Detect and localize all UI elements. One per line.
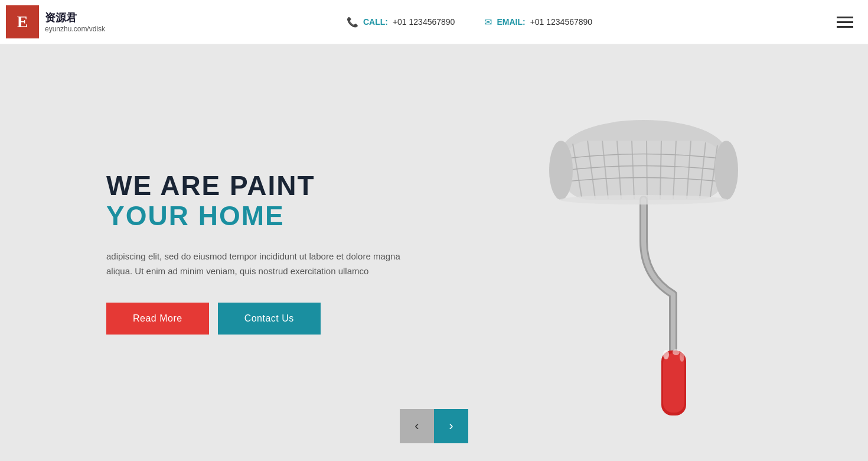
slider-next-button[interactable]: ›	[434, 409, 468, 443]
logo-text: 资源君 eyunzhu.com/vdisk	[45, 11, 105, 33]
svg-point-13	[549, 141, 573, 200]
logo-icon: E	[6, 5, 39, 38]
logo-chinese-name: 资源君	[45, 11, 105, 25]
hamburger-line-2	[837, 21, 853, 23]
email-icon: ✉	[484, 17, 492, 28]
logo-area[interactable]: E 资源君 eyunzhu.com/vdisk	[6, 5, 105, 38]
next-icon: ›	[449, 418, 453, 434]
call-label: CALL:	[363, 17, 388, 27]
svg-rect-1	[561, 141, 726, 200]
svg-point-20	[560, 195, 727, 204]
contact-us-button[interactable]: Contact Us	[218, 303, 321, 335]
paint-roller-illustration	[490, 82, 797, 424]
phone-icon: 📞	[347, 17, 358, 28]
hero-image	[419, 44, 868, 461]
hero-buttons: Read More Contact Us	[106, 303, 449, 335]
prev-icon: ‹	[415, 418, 419, 434]
slider-prev-button[interactable]: ‹	[400, 409, 434, 443]
email-contact: ✉ EMAIL: +01 1234567890	[484, 17, 592, 28]
call-number: +01 1234567890	[393, 17, 455, 27]
site-header: E 资源君 eyunzhu.com/vdisk 📞 CALL: +01 1234…	[0, 0, 868, 44]
hero-title-plain: WE ARE PAINT	[106, 171, 449, 201]
hero-title-colored: YOUR HOME	[106, 201, 449, 231]
email-number: +01 1234567890	[530, 17, 593, 27]
hamburger-line-3	[837, 26, 853, 28]
logo-subtitle: eyunzhu.com/vdisk	[45, 25, 105, 33]
hamburger-line-1	[837, 17, 853, 18]
read-more-button[interactable]: Read More	[106, 303, 209, 335]
svg-point-19	[680, 351, 684, 362]
email-label: EMAIL:	[497, 17, 525, 27]
hero-section: WE ARE PAINT YOUR HOME adipiscing elit, …	[0, 44, 868, 461]
svg-point-14	[714, 141, 738, 200]
call-contact: 📞 CALL: +01 1234567890	[347, 17, 455, 28]
header-contact: 📞 CALL: +01 1234567890 ✉ EMAIL: +01 1234…	[347, 17, 592, 28]
slider-navigation: ‹ ›	[400, 409, 468, 443]
svg-line-7	[647, 141, 647, 199]
svg-point-17	[663, 350, 669, 359]
hero-description: adipiscing elit, sed do eiusmod tempor i…	[106, 249, 419, 279]
svg-point-18	[673, 349, 680, 355]
hamburger-menu[interactable]	[834, 14, 856, 31]
svg-rect-16	[663, 353, 684, 413]
hero-content: WE ARE PAINT YOUR HOME adipiscing elit, …	[0, 44, 449, 461]
